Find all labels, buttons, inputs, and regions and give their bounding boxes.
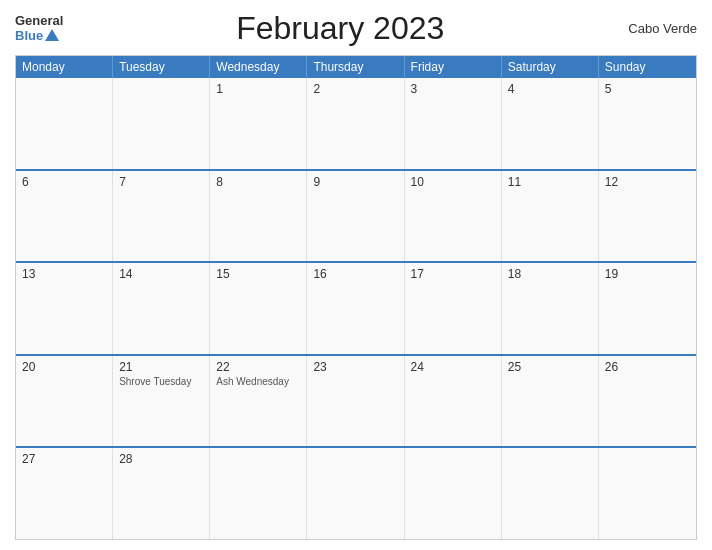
day-number: 24 <box>411 360 495 374</box>
day-number: 2 <box>313 82 397 96</box>
day-cell: 18 <box>502 263 599 354</box>
holiday-label: Ash Wednesday <box>216 376 300 387</box>
logo-blue-text: Blue <box>15 29 63 43</box>
day-number: 17 <box>411 267 495 281</box>
day-number: 25 <box>508 360 592 374</box>
day-number: 5 <box>605 82 690 96</box>
day-cell: 16 <box>307 263 404 354</box>
day-cell: 10 <box>405 171 502 262</box>
day-header-friday: Friday <box>405 56 502 78</box>
day-cell: 20 <box>16 356 113 447</box>
day-cell: 21Shrove Tuesday <box>113 356 210 447</box>
day-header-saturday: Saturday <box>502 56 599 78</box>
logo-general-text: General <box>15 14 63 28</box>
day-number: 21 <box>119 360 203 374</box>
day-number: 1 <box>216 82 300 96</box>
day-cell: 26 <box>599 356 696 447</box>
day-number: 28 <box>119 452 203 466</box>
day-number: 8 <box>216 175 300 189</box>
day-number: 15 <box>216 267 300 281</box>
day-cell: 6 <box>16 171 113 262</box>
day-cell: 3 <box>405 78 502 169</box>
day-cell: 1 <box>210 78 307 169</box>
day-number: 12 <box>605 175 690 189</box>
day-number: 23 <box>313 360 397 374</box>
day-number: 26 <box>605 360 690 374</box>
header: General Blue February 2023 Cabo Verde <box>15 10 697 47</box>
day-header-sunday: Sunday <box>599 56 696 78</box>
day-cell: 5 <box>599 78 696 169</box>
day-cell <box>210 448 307 539</box>
day-cell: 25 <box>502 356 599 447</box>
country-label: Cabo Verde <box>617 21 697 36</box>
day-cell: 2 <box>307 78 404 169</box>
day-number: 19 <box>605 267 690 281</box>
day-cell: 12 <box>599 171 696 262</box>
day-cell: 9 <box>307 171 404 262</box>
day-cell: 22Ash Wednesday <box>210 356 307 447</box>
day-cell <box>113 78 210 169</box>
day-cell <box>307 448 404 539</box>
day-header-tuesday: Tuesday <box>113 56 210 78</box>
day-number: 13 <box>22 267 106 281</box>
day-cell: 8 <box>210 171 307 262</box>
calendar: MondayTuesdayWednesdayThursdayFridaySatu… <box>15 55 697 540</box>
day-cell <box>502 448 599 539</box>
day-number: 14 <box>119 267 203 281</box>
day-header-wednesday: Wednesday <box>210 56 307 78</box>
day-cell: 23 <box>307 356 404 447</box>
day-number: 20 <box>22 360 106 374</box>
day-number: 4 <box>508 82 592 96</box>
day-number: 18 <box>508 267 592 281</box>
week-row-2: 6789101112 <box>16 169 696 262</box>
page: General Blue February 2023 Cabo Verde Mo… <box>0 0 712 550</box>
calendar-title: February 2023 <box>63 10 617 47</box>
day-cell <box>16 78 113 169</box>
day-cell: 19 <box>599 263 696 354</box>
weeks-container: 123456789101112131415161718192021Shrove … <box>16 78 696 539</box>
logo: General Blue <box>15 14 63 43</box>
day-cell: 4 <box>502 78 599 169</box>
week-row-1: 12345 <box>16 78 696 169</box>
week-row-4: 2021Shrove Tuesday22Ash Wednesday2324252… <box>16 354 696 447</box>
day-cell: 13 <box>16 263 113 354</box>
day-cell: 28 <box>113 448 210 539</box>
day-number: 6 <box>22 175 106 189</box>
day-headers-row: MondayTuesdayWednesdayThursdayFridaySatu… <box>16 56 696 78</box>
day-number: 10 <box>411 175 495 189</box>
week-row-5: 2728 <box>16 446 696 539</box>
week-row-3: 13141516171819 <box>16 261 696 354</box>
day-cell: 15 <box>210 263 307 354</box>
logo-triangle-icon <box>45 29 59 41</box>
day-cell: 27 <box>16 448 113 539</box>
day-cell: 17 <box>405 263 502 354</box>
day-number: 16 <box>313 267 397 281</box>
day-cell: 11 <box>502 171 599 262</box>
day-cell <box>405 448 502 539</box>
day-number: 11 <box>508 175 592 189</box>
day-cell <box>599 448 696 539</box>
day-number: 3 <box>411 82 495 96</box>
day-cell: 24 <box>405 356 502 447</box>
day-cell: 14 <box>113 263 210 354</box>
holiday-label: Shrove Tuesday <box>119 376 203 387</box>
day-header-thursday: Thursday <box>307 56 404 78</box>
day-number: 7 <box>119 175 203 189</box>
day-number: 9 <box>313 175 397 189</box>
day-number: 22 <box>216 360 300 374</box>
day-cell: 7 <box>113 171 210 262</box>
day-number: 27 <box>22 452 106 466</box>
day-header-monday: Monday <box>16 56 113 78</box>
